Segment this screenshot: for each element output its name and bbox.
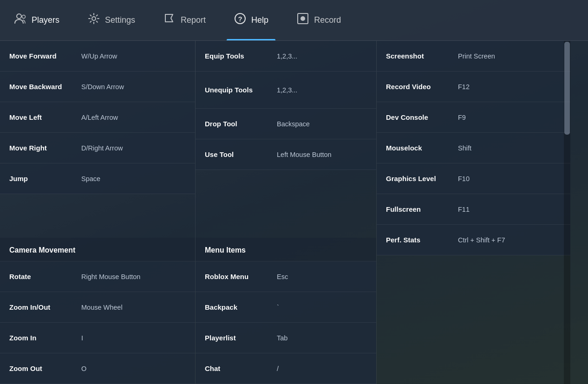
gap-area-right [377,255,570,384]
tab-report[interactable]: Report [149,0,220,40]
gap-area-left [0,194,195,238]
roblox-menu-key: Esc [277,273,288,280]
graphics-level-row: Graphics Level F10 [377,163,570,194]
tab-record[interactable]: Record [282,0,355,40]
mouselock-row: Mouselock Shift [377,133,570,163]
record-icon [296,12,309,28]
zoom-in-action: Zoom In [9,333,81,343]
zoom-out-key: O [81,365,86,372]
gap-area-mid [196,170,376,238]
roblox-menu-row: Roblox Menu Esc [196,261,376,292]
rotate-key: Right Mouse Button [81,273,140,280]
move-right-key: D/Right Arrow [81,144,123,152]
chat-key: / [277,365,279,372]
dev-console-row: Dev Console F9 [377,102,570,133]
move-backward-key: S/Down Arrow [81,83,124,91]
move-backward-row: Move Backward S/Down Arrow [0,72,195,102]
jump-row: Jump Space [0,163,195,194]
menu-section-title: Menu Items [196,238,376,261]
screenshot-key: Print Screen [458,52,495,60]
mouselock-action: Mouselock [386,143,458,153]
svg-point-0 [17,14,21,19]
move-forward-row: Move Forward W/Up Arrow [0,41,195,72]
unequip-tools-key: 1,2,3... [277,86,297,94]
svg-point-1 [22,15,26,19]
record-video-row: Record Video F12 [377,72,570,102]
backpack-row: Backpack ` [196,292,376,323]
drop-tool-row: Drop Tool Backspace [196,109,376,139]
drop-tool-action: Drop Tool [205,119,277,129]
chat-action: Chat [205,364,277,373]
backpack-key: ` [277,304,279,311]
zoom-out-action: Zoom Out [9,364,81,373]
tab-players-label: Players [32,15,59,25]
zoom-inout-key: Mouse Wheel [81,304,123,311]
move-right-row: Move Right D/Right Arrow [0,133,195,163]
main-layout: Move Forward W/Up Arrow Move Backward S/… [0,41,570,384]
use-tool-key: Left Mouse Button [277,151,332,158]
report-icon [163,12,176,28]
equip-tools-row: Equip Tools 1,2,3... [196,41,376,72]
fullscreen-row: Fullscreen F11 [377,194,570,225]
perf-stats-action: Perf. Stats [386,235,458,245]
movement-panel: Move Forward W/Up Arrow Move Backward S/… [0,41,195,384]
scrollbar-thumb[interactable] [564,42,570,135]
jump-key: Space [81,175,100,182]
playerlist-action: Playerlist [205,333,277,343]
tab-help-label: Help [251,15,268,25]
zoom-inout-row: Zoom In/Out Mouse Wheel [0,292,195,323]
tab-help[interactable]: ? Help [220,0,282,40]
backpack-action: Backpack [205,303,277,312]
fullscreen-action: Fullscreen [386,205,458,214]
unequip-tools-row: Unequip Tools 1,2,3... [196,72,376,109]
graphics-level-key: F10 [458,175,470,182]
zoom-in-key: I [81,334,83,342]
svg-point-2 [92,17,96,20]
svg-text:?: ? [238,15,242,23]
playerlist-row: Playerlist Tab [196,323,376,353]
drop-tool-key: Backspace [277,120,310,128]
record-video-key: F12 [458,83,470,91]
screenshot-action: Screenshot [386,52,458,61]
system-panel: Screenshot Print Screen Record Video F12… [376,41,570,384]
tab-record-label: Record [314,15,341,25]
fullscreen-key: F11 [458,206,470,213]
equip-tools-action: Equip Tools [205,52,277,61]
use-tool-row: Use Tool Left Mouse Button [196,139,376,170]
unequip-tools-action: Unequip Tools [205,85,277,95]
record-video-action: Record Video [386,82,458,91]
settings-icon [87,12,100,28]
rotate-action: Rotate [9,272,81,281]
camera-section-title: Camera Movement [0,238,195,261]
perf-stats-row: Perf. Stats Ctrl + Shift + F7 [377,225,570,255]
rotate-row: Rotate Right Mouse Button [0,261,195,292]
players-icon [14,12,27,28]
graphics-level-action: Graphics Level [386,174,458,183]
tab-settings-label: Settings [105,15,135,25]
chat-row: Chat / [196,353,376,384]
tab-settings[interactable]: Settings [73,0,149,40]
zoom-out-row: Zoom Out O [0,353,195,384]
help-icon: ? [234,12,247,28]
tab-report-label: Report [181,15,206,25]
dev-console-key: F9 [458,114,466,121]
dev-console-action: Dev Console [386,113,458,122]
screenshot-row: Screenshot Print Screen [377,41,570,72]
nav-bar: Players Settings Report ? Help [0,0,588,41]
tab-players[interactable]: Players [0,0,73,40]
scrollbar-track[interactable] [564,41,570,384]
use-tool-action: Use Tool [205,150,277,159]
roblox-menu-action: Roblox Menu [205,272,277,281]
svg-point-6 [301,16,305,21]
move-forward-key: W/Up Arrow [81,52,117,60]
move-left-action: Move Left [9,113,81,122]
move-forward-action: Move Forward [9,52,81,61]
playerlist-key: Tab [277,334,287,342]
jump-action: Jump [9,174,81,183]
mouselock-key: Shift [458,144,471,152]
move-left-row: Move Left A/Left Arrow [0,102,195,133]
move-backward-action: Move Backward [9,82,81,91]
equip-tools-key: 1,2,3... [277,52,297,60]
zoom-in-row: Zoom In I [0,323,195,353]
move-right-action: Move Right [9,143,81,153]
